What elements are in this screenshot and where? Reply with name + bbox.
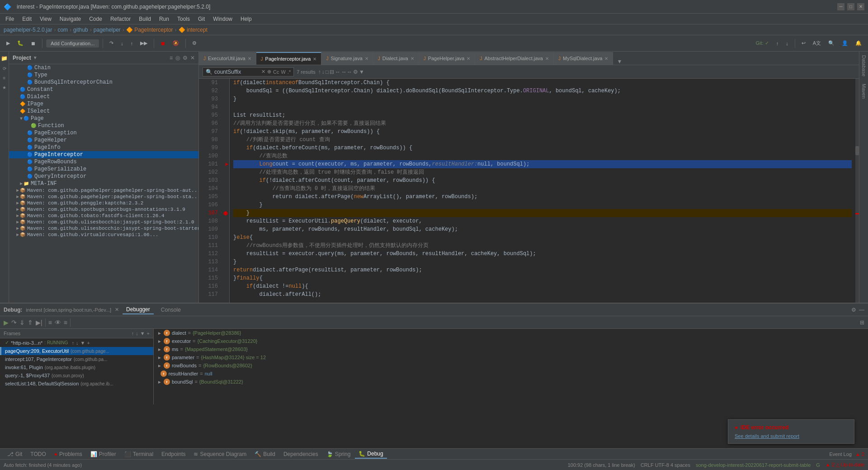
code-content[interactable]: if (dialect instanceof BoundSqlIntercept… (230, 79, 855, 303)
tree-item-pageinterceptor[interactable]: 🔵 PageInterceptor (9, 151, 198, 158)
search-input[interactable] (214, 69, 259, 75)
maven-item-8[interactable]: ► 📦 Maven: com.github.virtuald:curvesapi… (9, 232, 198, 238)
breadcrumb-com[interactable]: com (57, 27, 68, 33)
debug-close-btn[interactable]: ✕ (115, 307, 119, 313)
tree-item-boundsql-chain[interactable]: 🔵 BoundSqlInterceptorChain (9, 79, 198, 86)
tab-todo[interactable]: TODO (27, 450, 49, 458)
resume-btn[interactable]: ▶ (4, 319, 9, 326)
breakpoint-107[interactable]: ⬤ (223, 211, 228, 215)
add-config-btn[interactable]: Add Configuration... (46, 39, 99, 47)
tree-item-type[interactable]: 🔵 Type (9, 71, 198, 79)
locate-icon[interactable]: ◎ (175, 55, 180, 61)
maven-side-icon[interactable]: Maven (861, 84, 867, 99)
clear-search-btn[interactable]: ✕ (261, 69, 265, 75)
menu-git[interactable]: Git (194, 15, 208, 23)
collapse-result-btn[interactable]: ⊟ (330, 69, 334, 75)
evaluate-btn[interactable]: ≡ (48, 319, 52, 326)
toolbar-search-all[interactable]: 🔍 (826, 39, 837, 47)
maven-item-4[interactable]: ► 📦 Maven: com.github.spotbugs:spotbugs-… (9, 206, 198, 213)
menu-run[interactable]: Run (156, 15, 173, 23)
toolbar-notifications[interactable]: 🔔 (853, 39, 864, 47)
maven-item-6[interactable]: ► 📦 Maven: com.github.ulisesbocchio:jasy… (9, 219, 198, 225)
toolbar-step-out[interactable]: ↑ (128, 40, 136, 47)
toolbar-translate[interactable]: A文 (810, 39, 824, 47)
frame-add-icon[interactable]: + (87, 340, 90, 346)
tree-item-dialect[interactable]: 🔵 Dialect (9, 93, 198, 100)
toolbar-settings[interactable]: ⚙ (189, 39, 199, 47)
tree-item-pagerowbounds[interactable]: 🔵 PageRowBounds (9, 158, 198, 166)
case-btn[interactable]: Cc (273, 69, 279, 75)
tab-close-pageinterceptor[interactable]: ✕ (313, 57, 316, 62)
tab-close-dialect[interactable]: ✕ (410, 56, 414, 61)
breadcrumb-github[interactable]: github (73, 27, 88, 33)
debug-tab-console[interactable]: Console (157, 306, 184, 314)
var-expand-icon-rh[interactable] (157, 371, 159, 376)
tree-item-pageexception[interactable]: 🔵 PageException (9, 129, 198, 137)
tree-item-queryinterceptor[interactable]: 🔵 QueryInterceptor (9, 173, 198, 180)
step-into-btn[interactable]: ⇓ (19, 319, 25, 326)
var-resulthandler[interactable]: f resultHandler = null (154, 370, 868, 378)
minimize-button[interactable]: ─ (837, 3, 844, 10)
tree-item-constant[interactable]: 🔵 Constant (9, 86, 198, 93)
tree-item-pagehelper[interactable]: 🔵 PageHelper (9, 137, 198, 144)
menu-file[interactable]: File (2, 15, 18, 23)
favorites-icon[interactable]: ★ (2, 85, 6, 90)
toolbar-stop[interactable]: ⏹ (158, 40, 168, 47)
toolbar-step-over[interactable]: ↷ (107, 39, 116, 47)
menu-edit[interactable]: Edit (19, 15, 35, 23)
frame-item-pagequery[interactable]: pageQuery:209, ExecutorUtil (com.github.… (0, 347, 153, 355)
tab-problems[interactable]: ● Problems (51, 450, 86, 458)
tab-build[interactable]: 🔨 Build (251, 450, 279, 458)
tab-dialect[interactable]: J Dialect.java ✕ (373, 52, 419, 65)
toolbar-step-into[interactable]: ↓ (118, 40, 126, 47)
replace-btn[interactable]: ↔ (335, 69, 340, 75)
menu-build[interactable]: Build (135, 15, 155, 23)
frame-down-icon[interactable]: ↓ (76, 340, 79, 346)
settings-icon[interactable]: ⚙ (183, 55, 188, 61)
toolbar-mute[interactable]: 🔕 (170, 39, 182, 47)
debug-tab-debugger[interactable]: Debugger (123, 305, 154, 314)
var-executor[interactable]: ► f executor = {CachingExecutor@31220} (154, 337, 868, 345)
frame-item-intercept[interactable]: intercept:107, PageInterceptor (com.gith… (0, 355, 153, 363)
menu-tools[interactable]: Tools (174, 15, 193, 23)
var-expand-icon[interactable]: ► (157, 339, 162, 344)
word-btn[interactable]: W (281, 69, 285, 75)
menu-window[interactable]: Window (209, 15, 236, 23)
tab-more-btn[interactable]: ▼ (613, 58, 626, 65)
var-expand-icon-bs[interactable]: ► (157, 380, 162, 385)
toolbar-stop-btn[interactable]: ⏹ (28, 40, 38, 47)
debug-settings-icon[interactable]: ⚙ (851, 307, 856, 313)
breadcrumb-pagehelper[interactable]: pagehelper (94, 27, 121, 33)
var-expand-icon[interactable]: ► (157, 355, 162, 360)
toolbar-run-btn[interactable]: ▶ (4, 39, 13, 47)
tab-mysqldialect[interactable]: J MySqlDialect.java ✕ (554, 52, 613, 65)
tree-item-chain[interactable]: 🔵 Chain (9, 64, 198, 71)
var-expand-icon[interactable]: ► (157, 331, 162, 336)
tab-dependencies[interactable]: Dependencies (280, 450, 322, 458)
maven-item-7[interactable]: ► 📦 Maven: com.github.ulisesbocchio:jasy… (9, 225, 198, 232)
frame-item-selectlist[interactable]: selectList:148, DefaultSqlSession (org.a… (0, 380, 153, 388)
frame-item-invoke[interactable]: invoke:61, Plugin (org.apache.ibatis.plu… (0, 363, 153, 371)
regex-btn[interactable]: .* (288, 69, 291, 75)
tab-pagehelper[interactable]: J PageHelper.java ✕ (419, 52, 476, 65)
frame-item-thread[interactable]: ✓ *http-nio-3...n* : RUNNING ↑ ↓ ▼ + (0, 338, 153, 347)
git-check[interactable]: Git: ✓ (753, 39, 771, 47)
maximize-button[interactable]: □ (847, 3, 854, 10)
tree-item-iselect[interactable]: 🔶 ISelect (9, 108, 198, 115)
var-rowbounds[interactable]: ► f rowBounds = {RowBounds@28602} (154, 361, 868, 370)
trace-btn[interactable]: ≡ (64, 319, 67, 326)
event-log-btn[interactable]: Event Log (829, 451, 852, 457)
menu-help[interactable]: Help (237, 15, 255, 23)
menu-view[interactable]: View (36, 15, 55, 23)
frame-item-query[interactable]: query:-1, $Proxy437 (com.sun.proxy) (0, 371, 153, 380)
expand-result-btn[interactable]: □ (326, 69, 329, 75)
status-branch[interactable]: song-develop-interest-20220617-report-su… (696, 462, 811, 468)
status-encoding[interactable]: CRLF UTF-8 4 spaces (641, 462, 690, 468)
tab-sequence[interactable]: ≋ Sequence Diagram (190, 450, 250, 458)
next-result-btn[interactable]: ↓ (322, 69, 325, 75)
frames-filter-icon[interactable]: ▼ (140, 331, 145, 336)
tab-endpoints[interactable]: Endpoints (158, 450, 189, 458)
run-to-cursor-btn[interactable]: ▶| (36, 319, 42, 326)
tab-close-pagehelper[interactable]: ✕ (467, 56, 470, 61)
editor-scrollbar[interactable] (855, 79, 859, 303)
